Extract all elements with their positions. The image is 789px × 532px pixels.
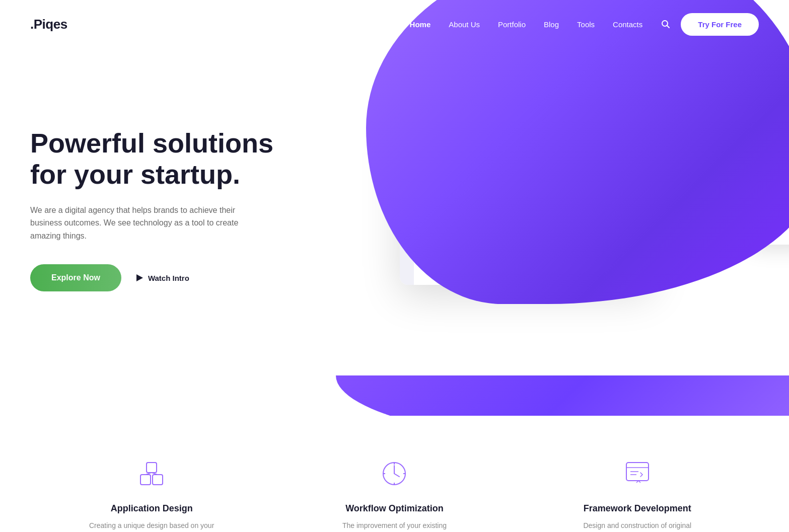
app-design-icon [134, 456, 169, 491]
main-nav: Home About Us Portfolio Blog Tools Conta… [410, 13, 759, 36]
nav-blog[interactable]: Blog [544, 20, 559, 29]
service-app-design: Application Design Creating a unique des… [76, 446, 227, 532]
framework-icon [620, 456, 655, 491]
services-section: Application Design Creating a unique des… [0, 416, 789, 532]
search-button[interactable] [661, 19, 671, 29]
svg-rect-4 [153, 475, 163, 485]
hero-buttons: Explore Now Watch Intro [30, 264, 292, 291]
hero-title: Powerful solutions for your startup. [30, 127, 292, 190]
nav-tools[interactable]: Tools [577, 20, 595, 29]
try-for-free-button[interactable]: Try For Free [681, 13, 759, 36]
logo: .Piqes [30, 17, 67, 32]
svg-line-1 [667, 26, 670, 28]
app-design-title: Application Design [86, 503, 217, 514]
app-design-desc: Creating a unique design based on your [86, 520, 217, 531]
workflow-desc: The improvement of your existing [329, 520, 460, 531]
explore-now-button[interactable]: Explore Now [30, 264, 121, 291]
service-framework: Framework Development Design and constru… [562, 446, 713, 532]
service-workflow: Workflow Optimization The improvement of… [319, 446, 470, 532]
search-icon [661, 19, 671, 29]
svg-rect-3 [140, 475, 151, 485]
nav-right: Try For Free [661, 13, 759, 36]
logo-dot: . [30, 17, 34, 32]
nav-portfolio[interactable]: Portfolio [498, 20, 526, 29]
workflow-icon [377, 456, 412, 491]
workflow-title: Workflow Optimization [329, 503, 460, 514]
logo-text: Piqes [34, 17, 67, 32]
framework-title: Framework Development [572, 503, 703, 514]
watch-intro-button[interactable]: Watch Intro [136, 274, 189, 282]
hero-subtitle: We are a digital agency that helps brand… [30, 204, 247, 243]
nav-contacts[interactable]: Contacts [613, 20, 642, 29]
framework-desc: Design and construction of original [572, 520, 703, 531]
nav-about[interactable]: About Us [449, 20, 480, 29]
nav-home[interactable]: Home [410, 20, 431, 29]
svg-rect-2 [147, 463, 157, 473]
play-icon [136, 274, 143, 281]
hero-text: Powerful solutions for your startup. We … [30, 127, 292, 292]
